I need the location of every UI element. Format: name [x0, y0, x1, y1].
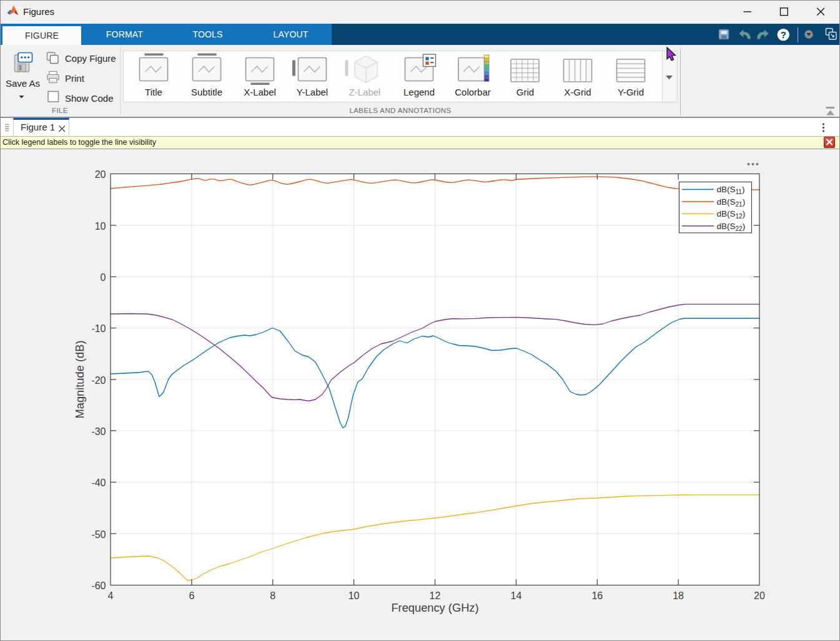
svg-text:20: 20	[95, 169, 106, 180]
svg-text:8: 8	[270, 590, 275, 601]
svg-text:16: 16	[591, 590, 603, 601]
svg-text:X-Grid: X-Grid	[564, 87, 591, 97]
svg-text:-40: -40	[91, 477, 106, 488]
svg-text:10: 10	[95, 221, 106, 232]
svg-text:Colorbar: Colorbar	[455, 87, 491, 97]
svg-text:Frequency (GHz): Frequency (GHz)	[391, 601, 478, 614]
svg-text:Copy Figure: Copy Figure	[65, 53, 116, 64]
svg-text:-50: -50	[91, 529, 106, 540]
svg-text:12: 12	[430, 590, 441, 601]
svg-text:14: 14	[511, 590, 522, 601]
svg-text:X-Label: X-Label	[244, 87, 276, 97]
svg-text:Z-Label: Z-Label	[349, 87, 381, 97]
svg-text:Show Code: Show Code	[65, 93, 114, 104]
svg-text:-30: -30	[91, 426, 106, 437]
svg-text:10: 10	[348, 590, 360, 601]
svg-text:?: ?	[781, 29, 786, 40]
svg-text:Y-Grid: Y-Grid	[618, 87, 644, 97]
svg-text:-20: -20	[91, 375, 106, 386]
svg-text:-60: -60	[91, 580, 106, 591]
svg-text:Save As: Save As	[6, 78, 40, 89]
svg-text:Magnitude (dB): Magnitude (dB)	[73, 341, 86, 419]
svg-text:Grid: Grid	[516, 87, 534, 97]
svg-text:Print: Print	[65, 73, 85, 84]
svg-text:Legend: Legend	[403, 87, 435, 97]
svg-text:Y-Label: Y-Label	[297, 87, 328, 97]
svg-text:18: 18	[673, 590, 684, 601]
svg-text:Title: Title	[145, 87, 162, 97]
svg-text:0: 0	[101, 272, 106, 283]
svg-text:4: 4	[108, 590, 114, 601]
svg-text:20: 20	[754, 590, 765, 601]
svg-text:Subtitle: Subtitle	[191, 87, 222, 97]
svg-text:-10: -10	[91, 323, 106, 334]
svg-text:6: 6	[189, 590, 194, 601]
